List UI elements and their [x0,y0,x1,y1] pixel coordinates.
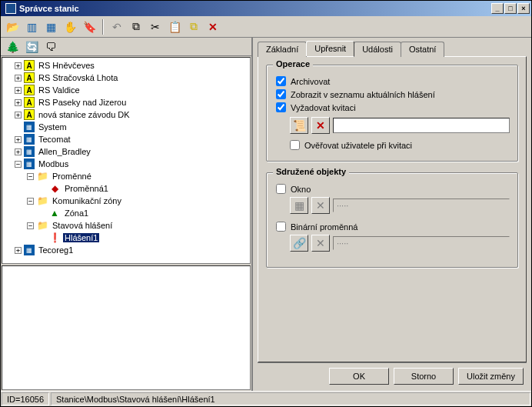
ok-button[interactable]: OK [329,368,389,385]
tree-node[interactable]: +▦Allen_Bradley [15,145,250,158]
okno-checkbox[interactable] [276,184,286,194]
zobrazit-label: Zobrazit v seznamu aktuálních hlášení [291,90,435,99]
copy-icon[interactable]: ⧉ [128,18,145,35]
ulozit-button[interactable]: Uložit změny [458,368,524,385]
main-toolbar: 📂 ▥ ▦ ✋ 🔖 ↶ ⧉ ✂ 📋 ⧉ ✕ [1,16,531,38]
tooltip-icon[interactable]: 🗨 [42,38,59,55]
cut-icon[interactable]: ✂ [147,18,164,35]
binarni-pick-button[interactable]: 🔗 [290,235,308,252]
tab-zakladni[interactable]: Základní [258,42,307,57]
preview-pane [2,265,251,390]
binarni-checkbox[interactable] [276,222,286,232]
tree-node[interactable]: +▦Tecoreg1 [15,244,250,256]
collapse-icon[interactable]: − [27,198,34,205]
archivovat-checkbox[interactable] [276,76,286,86]
script-button[interactable]: 📜 [290,117,308,134]
maximize-button[interactable]: □ [504,3,517,14]
tab-udalosti[interactable]: Události [354,42,401,57]
tabs: Základní Upřesnit Události Ostatní [258,41,527,56]
collapse-icon[interactable]: − [27,173,34,180]
group-sdruzene: Sdružené objekty Okno ▦ ✕ ····· Binární … [266,172,518,268]
system-icon: ▦ [24,122,35,132]
tree-node[interactable]: −📁Stavová hlášení [27,219,250,232]
toolbar-separator [102,19,104,35]
tree-node[interactable]: +ARS Paseky nad Jizerou [15,96,250,108]
zobrazit-checkbox[interactable] [276,89,286,99]
binarni-subrow: 🔗 ✕ ····· [290,235,510,252]
paste-icon[interactable]: 📋 [166,18,183,35]
mark-icon[interactable]: 🔖 [81,18,98,35]
collapse-icon[interactable]: − [27,222,34,229]
folder-zones-icon: 📁 [36,195,48,206]
variable-icon: ◆ [48,183,61,194]
expand-icon[interactable]: + [15,112,22,118]
duplicate-icon[interactable]: ⧉ [185,18,202,35]
open-icon[interactable]: 📂 [4,18,21,35]
right-pane: Základní Upřesnit Události Ostatní Opera… [253,38,531,391]
tree-toolbar: 🌲 🔄 🗨 [1,38,251,56]
storno-button[interactable]: Storno [394,368,454,385]
station-a-icon: A [24,97,35,108]
collapse-icon[interactable]: − [15,161,22,168]
checkbox-row: Binární proměnná [276,222,508,232]
columns-icon[interactable]: ▥ [23,18,40,35]
tree-view-icon[interactable]: 🌲 [4,38,21,55]
zone-icon: ▲ [48,208,61,219]
tree-node[interactable]: +ARS Valdice [15,84,250,96]
grid-icon: ▦ [294,199,304,212]
expand-icon[interactable]: + [15,148,22,155]
tree-node[interactable]: ▦System [15,121,250,133]
close-button[interactable]: × [517,3,530,14]
overovat-checkbox[interactable] [290,140,300,150]
station-a-icon: A [24,85,35,95]
station-a-icon: A [24,72,35,83]
undo-icon[interactable]: ↶ [108,18,125,35]
tree: +ARS Hněvčeves +ARS Stračovská Lhota +AR… [2,59,250,256]
refresh-icon[interactable]: 🔄 [23,38,40,55]
script-icon: 📜 [293,119,306,132]
checkbox-row: Ověřovat uživatele při kvitaci [290,140,508,150]
expand-icon[interactable]: + [15,87,22,94]
tree-node[interactable]: −📁Komunikační zóny [27,195,250,207]
message-icon: ❗ [48,232,61,243]
checkbox-row: Okno [276,184,508,194]
expand-icon[interactable]: + [15,136,22,143]
tree-node[interactable]: −📁Proměnné [27,170,250,182]
device-icon: ▦ [24,146,35,157]
delete-icon[interactable]: ✕ [204,18,221,35]
okno-clear-button[interactable]: ✕ [311,197,330,214]
minimize-button[interactable]: _ [491,3,504,14]
binarni-clear-button[interactable]: ✕ [311,235,330,252]
tree-node[interactable]: ❗Hlášení1 [39,232,250,244]
statusbar: ID=16056 Stanice\Modbus\Stavová hlášení\… [1,391,531,406]
tree-node[interactable]: +ARS Hněvčeves [15,59,250,72]
button-bar: OK Storno Uložit změny [258,362,527,389]
tab-ostatni[interactable]: Ostatní [401,42,444,57]
status-id: ID=16056 [2,392,49,405]
device-icon: ▦ [24,245,35,255]
okno-pick-button[interactable]: ▦ [290,197,308,214]
tree-node[interactable]: −▦Modbus [15,158,250,170]
tab-upresnit[interactable]: Upřesnit [306,41,354,56]
tree-node[interactable]: ◆Proměnná1 [39,182,250,195]
expand-icon[interactable]: + [15,62,22,69]
tree-pane[interactable]: +ARS Hněvčeves +ARS Stračovská Lhota +AR… [2,57,251,264]
device-icon: ▦ [24,134,35,145]
tree-node[interactable]: ▲Zóna1 [39,207,250,219]
expand-icon[interactable]: + [15,75,22,82]
x-icon: ✕ [316,237,325,249]
expand-icon[interactable]: + [15,247,22,254]
station-a-icon: A [24,60,35,71]
tree-node[interactable]: +ARS Stračovská Lhota [15,72,250,84]
window-title: Správce stanic [19,4,79,13]
tree-node[interactable]: +Anová stanice závodu DK [15,108,250,121]
tile-icon[interactable]: ▦ [42,18,59,35]
okno-field: ····· [333,198,510,212]
body: 🌲 🔄 🗨 +ARS Hněvčeves +ARS Stračovská Lho… [1,38,531,391]
vyzadovat-checkbox[interactable] [276,102,286,112]
script-field[interactable] [333,118,510,133]
hand-icon[interactable]: ✋ [62,18,78,35]
tree-node[interactable]: +▦Tecomat [15,133,250,145]
expand-icon[interactable]: + [15,99,22,106]
clear-script-button[interactable]: ✕ [311,117,330,134]
